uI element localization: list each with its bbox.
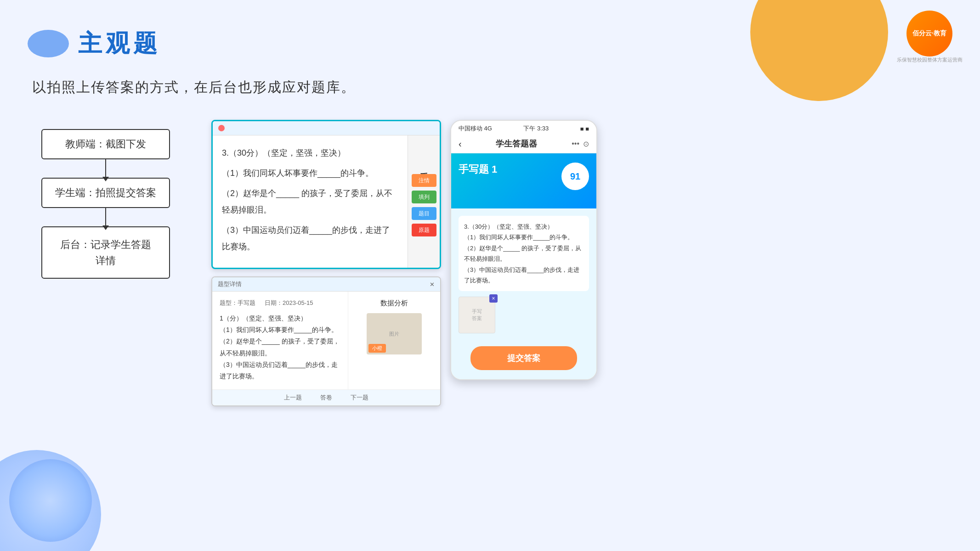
back-icon[interactable]: ‹ [459,139,462,149]
logo-area: 佰分云·教育 乐保智慧校园整体方案运营商 [888,9,971,64]
teacher-content: 3.（30分）（坚定，坚强，坚决） （1）我们同坏人坏事要作_____的斗争。 … [213,135,408,268]
teacher-titlebar [213,121,440,135]
phone-q1: （1）我们同坏人坏事要作_____的斗争。 [464,232,583,242]
close-handwritten-button[interactable]: × [489,294,498,303]
sidebar-btn-3[interactable]: 题目 [412,207,436,220]
stats-title: 题型详情 [218,280,242,288]
flowchart: 教师端：截图下发 学生端：拍照提交答案 后台：记录学生答题 详情 [28,129,184,279]
orange-badge: 小橙 [368,344,386,353]
phone-submit-area: 提交答案 [451,341,596,379]
footer-next[interactable]: 下一题 [351,394,368,402]
sidebar-btn-4[interactable]: 原题 [412,224,436,236]
handwritten-area: 手写答案 × [459,297,589,333]
sidebar-label: 手写题 [419,166,430,171]
submit-button[interactable]: 提交答案 [470,346,577,370]
stats-date-label: 题型：手写题 [220,299,255,307]
main-content: 主观题 以拍照上传答案的方式，在后台也形成应对题库。 教师端：截图下发 学生端：… [28,28,879,523]
stats-question-header: 1（分）（坚定、坚强、坚决） [220,313,340,324]
sidebar-btn-2[interactable]: 填列 [412,191,436,203]
settings-icon[interactable]: ⊙ [583,140,589,148]
clock: 下午 3:33 [523,124,549,133]
phone-q2: （2）赵华是个_____ 的孩子，受了委屈，从不轻易掉眼泪。 [464,243,583,264]
score-circle: 91 [561,163,589,190]
logo-circle: 佰分云·教育 [906,11,952,56]
stats-footer: 上一题 答卷 下一题 [212,389,440,405]
logo-tagline: 乐保智慧校园整体方案运营商 [897,56,963,63]
titlebar-dot [218,125,225,131]
app-title: 学生答题器 [496,138,537,149]
more-icon[interactable]: ••• [572,140,579,148]
phone-q3: （3）中国运动员们迈着_____的步伐，走进了比赛场。 [464,264,583,286]
flow-step-1: 教师端：截图下发 [41,129,170,159]
stats-image: 图片 小橙 [367,313,422,354]
stats-right-title: 数据分析 [380,299,408,308]
battery: ■ ■ [580,125,589,132]
phone-content: 3.（30分）（坚定、坚强、坚决） （1）我们同坏人坏事要作_____的斗争。 … [451,208,596,341]
logo-text: 佰分云·教育 [912,29,946,37]
stats-close[interactable]: ✕ [430,281,435,288]
teacher-main-window: 3.（30分）（坚定，坚强，坚决） （1）我们同坏人坏事要作_____的斗争。 … [211,120,441,269]
teacher-screenshots: 3.（30分）（坚定，坚强，坚决） （1）我们同坏人坏事要作_____的斗争。 … [211,120,441,406]
flow-step-3: 后台：记录学生答题 详情 [41,226,170,279]
phone-q-header: 3.（30分）（坚定、坚强、坚决） [464,221,583,232]
handwritten-image: 手写答案 × [459,297,495,333]
content-row: 教师端：截图下发 学生端：拍照提交答案 后台：记录学生答题 详情 [28,120,879,406]
stats-q2: （2）赵华是个_____ 的孩子，受了委屈，从不轻易掉眼泪。 [220,336,340,359]
title-area: 主观题 [28,28,879,60]
teacher-body: 3.（30分）（坚定，坚强，坚决） （1）我们同坏人坏事要作_____的斗争。 … [213,135,440,268]
flow-step-2: 学生端：拍照提交答案 [41,178,170,208]
phone-navbar: ‹ 学生答题器 ••• ⊙ [451,135,596,153]
stats-body: 题型：手写题 日期：2023-05-15 1（分）（坚定、坚强、坚决） （1）我… [212,292,440,389]
title-oval [28,30,69,57]
subtitle: 以拍照上传答案的方式，在后台也形成应对题库。 [32,78,879,97]
stats-q1: （1）我们同坏人坏事要作_____的斗争。 [220,324,340,336]
stats-left: 题型：手写题 日期：2023-05-15 1（分）（坚定、坚强、坚决） （1）我… [212,292,348,389]
footer-answers[interactable]: 答卷 [320,394,332,402]
footer-prev[interactable]: 上一题 [284,394,302,402]
flow-arrow-1 [105,159,106,178]
stats-titlebar: 题型详情 ✕ [212,277,440,292]
sidebar-btn-1[interactable]: 注情 [412,174,436,187]
stats-date-value: 日期：2023-05-15 [265,299,313,307]
question-2: （2）赵华是个_____ 的孩子，受了委屈，从不轻易掉眼泪。 [222,185,398,218]
student-phone: 中国移动 4G 下午 3:33 ■ ■ ‹ 学生答题器 ••• ⊙ 手写题 1 [450,120,597,380]
question-3: （3）中国运动员们迈着_____的步伐，走进了比赛场。 [222,222,398,255]
stats-right: 数据分析 图片 小橙 [348,292,440,389]
banner-title: 手写题 1 [459,163,497,176]
carrier: 中国移动 4G [459,124,492,133]
stats-window: 题型详情 ✕ 题型：手写题 日期：2023-05-15 1（分）（坚定、坚强、坚… [211,276,441,406]
phone-question-card: 3.（30分）（坚定、坚强、坚决） （1）我们同坏人坏事要作_____的斗争。 … [459,216,589,291]
screenshots-area: 3.（30分）（坚定，坚强，坚决） （1）我们同坏人坏事要作_____的斗争。 … [211,120,879,406]
navbar-icons: ••• ⊙ [572,140,589,148]
question-header: 3.（30分）（坚定，坚强，坚决） [222,145,398,161]
stats-header-row: 题型：手写题 日期：2023-05-15 [220,299,340,307]
banner-left: 手写题 1 [459,163,497,180]
phone-banner: 手写题 1 91 [451,153,596,208]
question-1: （1）我们同坏人坏事要作_____的斗争。 [222,165,398,181]
flow-arrow-2 [105,208,106,226]
phone-statusbar: 中国移动 4G 下午 3:33 ■ ■ [451,121,596,135]
teacher-sidebar: 手写题 注情 填列 题目 原题 [408,135,440,268]
page-title: 主观题 [78,28,161,60]
stats-q3: （3）中国运动员们迈着_____的步伐，走进了比赛场。 [220,359,340,382]
